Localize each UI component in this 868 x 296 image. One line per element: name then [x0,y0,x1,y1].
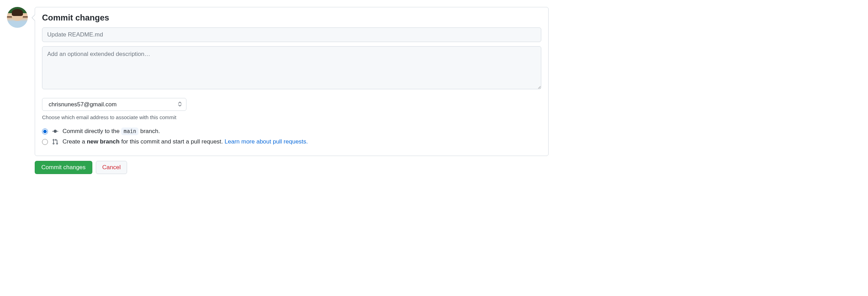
commit-summary-input[interactable] [42,27,541,42]
git-pull-request-icon [52,139,58,145]
branch-chip: main [121,128,139,135]
panel-heading: Commit changes [42,13,541,23]
commit-direct-label: Commit directly to the main branch. [62,128,160,135]
commit-newbranch-option[interactable]: Create a new branch for this commit and … [42,138,541,145]
commit-description-textarea[interactable] [42,46,541,89]
commit-direct-radio[interactable] [42,129,48,134]
email-helper-text: Choose which email address to associate … [42,114,541,120]
avatar[interactable] [7,7,28,28]
commit-newbranch-radio[interactable] [42,139,48,145]
learn-more-link[interactable]: Learn more about pull requests. [225,138,308,145]
commit-direct-option[interactable]: Commit directly to the main branch. [42,128,541,135]
commit-changes-button[interactable]: Commit changes [35,161,92,174]
commit-email-select[interactable]: chrisnunes57@gmail.com [42,98,186,111]
commit-panel: Commit changes chrisnunes57@gmail.com Ch… [35,7,549,156]
commit-newbranch-label: Create a new branch for this commit and … [62,138,308,145]
cancel-button[interactable]: Cancel [96,161,127,174]
git-commit-icon [52,128,58,134]
action-buttons: Commit changes Cancel [35,161,861,174]
